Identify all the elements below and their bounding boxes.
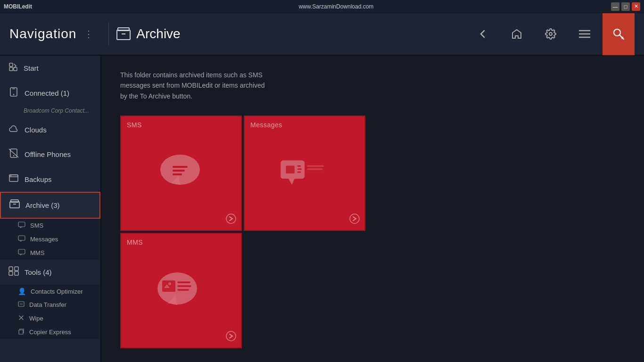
svg-rect-27 bbox=[18, 236, 25, 240]
nav-title: Navigation bbox=[9, 26, 76, 41]
svg-rect-35 bbox=[19, 330, 23, 334]
sidebar-start-label: Start bbox=[24, 64, 39, 72]
data-transfer-icon bbox=[18, 301, 25, 309]
key-button[interactable] bbox=[603, 13, 635, 55]
connected-icon bbox=[8, 87, 19, 99]
svg-point-57 bbox=[168, 282, 171, 285]
back-button[interactable] bbox=[467, 13, 499, 55]
svg-point-41 bbox=[226, 214, 236, 223]
sidebar-item-tools[interactable]: Tools (4) bbox=[0, 260, 100, 285]
clouds-icon bbox=[8, 124, 19, 135]
sms-sub-label: SMS bbox=[30, 222, 43, 229]
messages-tile-icon-container bbox=[245, 116, 364, 230]
svg-rect-32 bbox=[15, 272, 18, 275]
svg-rect-26 bbox=[18, 222, 25, 227]
sidebar-item-start[interactable]: Start bbox=[0, 56, 100, 81]
sidebar-sub-mms[interactable]: MMS bbox=[0, 246, 100, 260]
menu-button[interactable] bbox=[569, 13, 601, 55]
connected-device-name: Broadcom Corp Contact... bbox=[0, 106, 100, 118]
sidebar-item-archive[interactable]: Archive (3) bbox=[0, 192, 100, 219]
copier-icon bbox=[18, 328, 25, 336]
svg-rect-12 bbox=[9, 67, 13, 71]
sidebar-clouds-label: Clouds bbox=[25, 126, 47, 134]
svg-point-50 bbox=[350, 214, 359, 223]
sidebar-tools-label: Tools (4) bbox=[25, 268, 52, 276]
nav-dots-button[interactable]: ⋮ bbox=[84, 28, 93, 40]
messages-sub-label: Messages bbox=[30, 236, 58, 243]
sidebar-sub-messages[interactable]: Messages bbox=[0, 232, 100, 246]
svg-point-58 bbox=[226, 331, 236, 341]
svg-rect-30 bbox=[15, 267, 18, 271]
archive-header-icon bbox=[116, 27, 131, 41]
mms-tile-label: MMS bbox=[127, 239, 143, 246]
sidebar-connected-label: Connected (1) bbox=[25, 89, 69, 97]
svg-rect-24 bbox=[11, 200, 18, 202]
sidebar-item-connected[interactable]: Connected (1) bbox=[0, 81, 100, 106]
offline-icon bbox=[8, 148, 19, 160]
main-layout: Start Connected (1) Broadcom Corp Contac… bbox=[0, 56, 644, 362]
mms-tile-icon bbox=[153, 267, 209, 314]
svg-rect-23 bbox=[10, 202, 19, 208]
svg-rect-53 bbox=[162, 280, 175, 292]
wipe-label: Wipe bbox=[29, 315, 43, 322]
svg-rect-29 bbox=[9, 267, 13, 271]
data-transfer-label: Data Transfer bbox=[29, 301, 66, 308]
sms-tile-icon bbox=[153, 150, 209, 197]
svg-rect-11 bbox=[9, 63, 13, 66]
tiles-container: SMS bbox=[120, 115, 625, 348]
content-description: This folder contains archived items such… bbox=[120, 70, 271, 101]
messages-tile-arrow bbox=[349, 214, 360, 226]
sidebar: Start Connected (1) Broadcom Corp Contac… bbox=[0, 56, 101, 362]
svg-rect-31 bbox=[9, 272, 13, 275]
sidebar-sub-copier-express[interactable]: Copier Express bbox=[0, 325, 100, 339]
settings-button[interactable] bbox=[535, 13, 567, 55]
top-actions bbox=[467, 13, 635, 55]
nav-divider bbox=[108, 22, 109, 46]
svg-rect-1 bbox=[118, 28, 129, 31]
sidebar-item-clouds[interactable]: Clouds bbox=[0, 118, 100, 142]
window-controls[interactable]: — □ ✕ bbox=[611, 2, 640, 11]
svg-point-3 bbox=[549, 33, 552, 35]
sidebar-item-offline[interactable]: Offline Phones bbox=[0, 142, 100, 167]
messages-sub-icon bbox=[18, 235, 25, 243]
tile-mms[interactable]: MMS bbox=[120, 233, 242, 348]
mms-sub-icon bbox=[18, 249, 25, 257]
content-area: This folder contains archived items such… bbox=[101, 56, 644, 362]
tools-icon bbox=[8, 266, 19, 278]
maximize-button[interactable]: □ bbox=[621, 2, 630, 11]
sms-tile-arrow bbox=[226, 214, 236, 226]
wipe-icon bbox=[18, 314, 25, 322]
sidebar-sub-wipe[interactable]: Wipe bbox=[0, 312, 100, 325]
archive-subitems: SMS Messages MMS bbox=[0, 219, 100, 260]
top-nav: Navigation ⋮ Archive bbox=[0, 13, 644, 56]
svg-point-22 bbox=[10, 175, 11, 176]
tools-subitems: 👤 Contacts Optimizer Data Transfer bbox=[0, 285, 100, 339]
title-bar: MOBILedit www.SarzaminDownload.com — □ ✕ bbox=[0, 0, 644, 13]
messages-tile-icon bbox=[276, 150, 333, 197]
sidebar-sub-data-transfer[interactable]: Data Transfer bbox=[0, 298, 100, 312]
sidebar-item-backups[interactable]: Backups bbox=[0, 167, 100, 192]
sidebar-sub-sms[interactable]: SMS bbox=[0, 219, 100, 232]
tile-messages[interactable]: Messages bbox=[244, 115, 365, 231]
archive-title: Archive bbox=[136, 26, 180, 41]
archive-header: Archive bbox=[116, 26, 180, 41]
sidebar-offline-label: Offline Phones bbox=[25, 150, 71, 158]
sidebar-sub-contacts-optimizer[interactable]: 👤 Contacts Optimizer bbox=[0, 285, 100, 298]
svg-rect-0 bbox=[117, 30, 130, 40]
copier-express-label: Copier Express bbox=[29, 329, 71, 336]
sidebar-archive-label: Archive (3) bbox=[25, 201, 60, 209]
svg-rect-28 bbox=[18, 249, 25, 254]
minimize-button[interactable]: — bbox=[611, 2, 619, 11]
home-button[interactable] bbox=[501, 13, 533, 55]
contacts-optimizer-label: Contacts Optimizer bbox=[31, 288, 83, 295]
mms-tile-arrow bbox=[226, 331, 236, 344]
sidebar-backups-label: Backups bbox=[25, 175, 52, 183]
svg-marker-43 bbox=[289, 179, 295, 185]
messages-tile-label: Messages bbox=[250, 121, 282, 129]
tile-sms[interactable]: SMS bbox=[120, 115, 242, 231]
app-name: MOBILedit bbox=[4, 3, 32, 10]
close-button[interactable]: ✕ bbox=[632, 2, 640, 11]
watermark: www.SarzaminDownload.com bbox=[32, 3, 640, 10]
svg-rect-44 bbox=[286, 165, 294, 173]
sms-tile-icon-container bbox=[121, 116, 241, 230]
